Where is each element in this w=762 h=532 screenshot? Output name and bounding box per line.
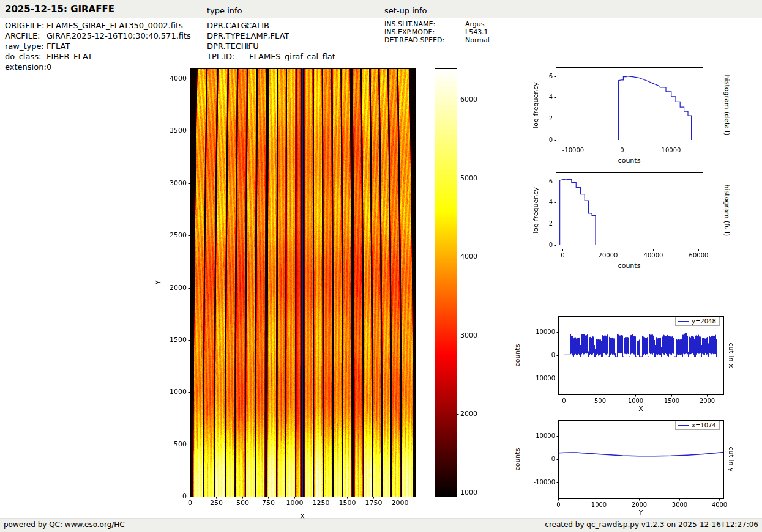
cut-in-x-plot [528,311,730,409]
info-value: CALIB [246,20,269,31]
cut-in-x-y-axis-label: counts [514,344,521,367]
setup-info-heading: set-up info [384,6,427,15]
info-label: raw_type: [5,41,47,51]
setup-info-row: INS.SLIT.NAME:Argus [384,20,490,28]
legend-line-swatch [678,425,689,426]
page-title: 2025-12-15: GIRAFFE [5,4,114,15]
type-info-row: TPL.ID:FLAMES_giraf_cal_flat [207,51,335,62]
legend-line-swatch [678,321,689,322]
cut-in-x-right-label: cut in x [727,343,735,368]
info-label: do_class: [5,51,47,62]
raw-frame-heatmap [165,64,428,516]
type-info-row: DPR.TECH:IFU [207,41,335,51]
qc-report-page: 2025-12-15: GIRAFFE type info set-up inf… [0,0,762,532]
info-value: 0 [47,62,51,72]
info-label: ARCFILE: [5,31,47,41]
info-label: DET.READ.SPEED: [384,36,465,44]
cut-in-y-y-axis-label: counts [514,448,521,471]
colorbar [428,64,490,516]
file-info-row: extension:0 [5,62,191,72]
type-info-row: DPR.TYPE:LAMP,FLAT [207,31,335,41]
setup-info-row: INS.EXP.MODE:L543.1 [384,28,490,36]
cut-in-y-x-axis-label: Y [639,509,643,517]
hist-full-y-axis-label: log frequency [532,187,540,233]
histogram-detail-plot [525,62,709,154]
info-label: DPR.TECH: [207,41,246,51]
info-value: IFU [246,41,259,51]
cut-in-y-plot [528,415,730,513]
setup-info-block: INS.SLIT.NAME:Argus INS.EXP.MODE:L543.1 … [384,20,490,44]
cut-in-y-legend: x=1074 [675,421,720,430]
file-info-block: ORIGFILE:FLAMES_GIRAF_FLAT350_0002.fits … [5,20,191,72]
type-info-block: DPR.CATG:CALIB DPR.TYPE:LAMP,FLAT DPR.TE… [207,20,335,62]
info-label: extension: [5,62,47,72]
info-label: DPR.CATG: [207,20,246,31]
cut-in-x-legend: y=2048 [675,317,720,326]
info-value: LAMP,FLAT [246,31,289,41]
main-image-y-axis-label: Y [154,281,162,285]
file-info-row: ORIGFILE:FLAMES_GIRAF_FLAT350_0002.fits [5,20,191,31]
info-label: DPR.TYPE: [207,31,246,41]
histogram-full-plot [525,168,709,259]
setup-info-row: DET.READ.SPEED:Normal [384,36,490,44]
info-value: Normal [465,36,490,44]
type-info-heading: type info [207,6,242,15]
type-info-row: DPR.CATG:CALIB [207,20,335,31]
hist-full-right-label: histogram (full) [723,185,731,237]
footer-right-text: created by qc_rawdisp.py v1.2.3 on 2025-… [545,520,758,529]
cut-in-x-x-axis-label: X [638,405,643,413]
hist-detail-right-label: histogram (detail) [723,75,731,136]
legend-label: y=2048 [692,318,716,325]
cut-in-y-right-label: cut in y [727,447,735,472]
file-info-row: raw_type:FFLAT [5,41,191,51]
info-label: ORIGFILE: [5,20,47,31]
hist-detail-y-axis-label: log frequency [532,82,540,128]
info-value: L543.1 [465,28,488,36]
info-value: Argus [465,20,485,28]
info-value: FLAMES_giraf_cal_flat [249,51,335,62]
legend-label: x=1074 [692,422,716,429]
hist-detail-x-axis-label: counts [618,157,641,164]
file-info-row: ARCFILE:GIRAF.2025-12-16T10:30:40.571.fi… [5,31,191,41]
info-value: FIBER_FLAT [47,51,92,62]
info-label: INS.SLIT.NAME: [384,20,465,28]
info-label: INS.EXP.MODE: [384,28,465,36]
main-image-x-axis-label: X [300,512,305,520]
info-value: FFLAT [47,41,70,51]
hist-full-x-axis-label: counts [618,262,641,270]
info-value: FLAMES_GIRAF_FLAT350_0002.fits [47,20,183,31]
file-info-row: do_class:FIBER_FLAT [5,51,191,62]
info-value: GIRAF.2025-12-16T10:30:40.571.fits [47,31,191,41]
info-label: TPL.ID: [207,51,246,62]
footer-left-text: powered by QC: www.eso.org/HC [4,520,125,529]
